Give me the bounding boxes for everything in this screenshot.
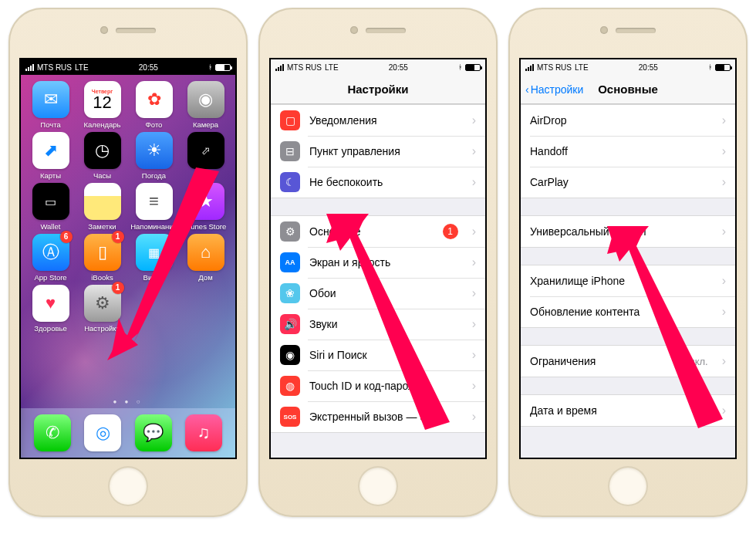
network-label: LTE [325,63,339,72]
svg-marker-1 [107,331,138,360]
bluetooth-icon: ᚼ [208,63,212,71]
back-button[interactable]: ‹Настройки [525,83,583,96]
app-appstore[interactable]: Ⓐ6App Store [25,234,76,282]
bluetooth-icon: ᚼ [708,63,712,71]
phone-sensors [258,26,498,34]
app-wallet[interactable]: ▭Wallet [25,183,76,231]
settings-list[interactable]: ▢Уведомления› ⊟Пункт управления› ☾Не бес… [271,104,485,458]
carrier-label: MTS RUS [37,63,72,72]
row-display[interactable]: AAЭкран и яркость› [271,247,485,278]
battery-icon [215,64,231,71]
home-button[interactable] [608,466,648,506]
page-title: Настройки [347,83,408,96]
signal-icon [25,64,34,71]
chevron-icon: › [722,354,726,368]
row-sos[interactable]: SOSЭкстренный вызов — SOS› [271,401,485,432]
chevron-icon: › [722,404,726,417]
home-wallpaper: ✉Почта Четверг12Календарь ✿Фото ◉Камера … [21,75,235,458]
page-dots[interactable]: ● ● ○ [21,398,235,405]
app-stocks[interactable]: ⬀Акции [181,132,231,180]
status-bar: MTS RUS LTE 20:55 ᚼ [271,59,485,75]
app-video[interactable]: ▦Видео [129,234,179,282]
home-screen: MTS RUS LTE 20:55 ᚼ ✉Почта Четверг12Кале… [19,58,237,459]
status-bar: MTS RUS LTE 20:55 ᚼ [521,59,735,75]
row-datetime[interactable]: Дата и время› [521,395,735,426]
network-label: LTE [575,63,589,72]
chevron-icon: › [722,144,726,158]
dock-safari[interactable]: ◎ [84,414,121,451]
chevron-icon: › [472,317,476,331]
chevron-icon: › [472,175,476,189]
row-carplay[interactable]: CarPlay› [521,167,735,198]
app-notes[interactable]: Заметки [77,183,127,231]
row-general[interactable]: ⚙Основные1› [271,216,485,247]
clock-label: 20:55 [389,63,408,72]
row-notifications[interactable]: ▢Уведомления› [271,105,485,136]
app-mail[interactable]: ✉Почта [25,81,76,129]
signal-icon [525,64,534,71]
network-label: LTE [75,63,89,72]
row-wallpaper[interactable]: ❀Обои› [271,278,485,309]
clock-label: 20:55 [639,63,658,72]
row-restrictions[interactable]: ОграниченияВыкл.› [521,346,735,377]
dock-phone[interactable]: ✆ [34,414,71,451]
row-sounds[interactable]: 🔊Звуки› [271,309,485,340]
battery-icon [715,64,731,71]
row-control-center[interactable]: ⊟Пункт управления› [271,136,485,167]
chevron-icon: › [722,175,726,189]
chevron-icon: › [722,305,726,319]
row-touchid[interactable]: ◍Touch ID и код-пароль› [271,370,485,401]
row-background-refresh[interactable]: Обновление контента› [521,296,735,327]
app-camera[interactable]: ◉Камера [181,81,231,129]
app-weather[interactable]: ☀Погода [129,132,179,180]
row-airdrop[interactable]: AirDrop› [521,105,735,136]
row-storage[interactable]: Хранилище iPhone› [521,265,735,296]
row-handoff[interactable]: Handoff› [521,136,735,167]
app-clock[interactable]: ◷Часы [77,132,127,180]
chevron-icon: › [472,410,476,424]
app-grid: ✉Почта Четверг12Календарь ✿Фото ◉Камера … [21,75,235,333]
chevron-icon: › [472,225,476,238]
chevron-left-icon: ‹ [525,83,529,96]
chevron-icon: › [472,255,476,269]
phone-sensors [508,26,748,34]
app-homekit[interactable]: ⌂Дом [181,234,231,282]
app-settings[interactable]: ⚙1Настройки [77,285,127,333]
carrier-label: MTS RUS [287,63,322,72]
chevron-icon: › [472,348,476,362]
chevron-icon: › [722,225,726,238]
nav-bar: ‹Настройки Основные [521,75,735,104]
phone-settings: MTS RUS LTE 20:55 ᚼ Настройки ▢Уведомлен… [258,8,498,517]
app-photos[interactable]: ✿Фото [129,81,179,129]
app-calendar[interactable]: Четверг12Календарь [77,81,127,129]
chevron-icon: › [472,144,476,158]
phone-sensors [8,26,248,34]
app-reminders[interactable]: ≡Напоминания [129,183,179,231]
row-dnd[interactable]: ☾Не беспокоить› [271,167,485,198]
chevron-icon: › [472,286,476,300]
settings-screen: MTS RUS LTE 20:55 ᚼ Настройки ▢Уведомлен… [269,58,487,459]
bluetooth-icon: ᚼ [458,63,462,71]
app-ibooks[interactable]: ▯1iBooks [77,234,127,282]
home-button[interactable] [358,466,398,506]
row-accessibility[interactable]: Универсальный доступ› [521,216,735,247]
status-bar: MTS RUS LTE 20:55 ᚼ [21,59,235,75]
carrier-label: MTS RUS [537,63,572,72]
phone-general: MTS RUS LTE 20:55 ᚼ ‹Настройки Основные … [508,8,748,517]
nav-bar: Настройки [271,75,485,104]
home-button[interactable] [108,466,148,506]
app-health[interactable]: ♥Здоровье [25,285,76,333]
phone-home: MTS RUS LTE 20:55 ᚼ ✉Почта Четверг12Кале… [8,8,248,517]
chevron-icon: › [472,379,476,393]
app-itunes[interactable]: ★iTunes Store [181,183,231,231]
page-title: Основные [598,83,658,96]
signal-icon [275,64,284,71]
general-screen: MTS RUS LTE 20:55 ᚼ ‹Настройки Основные … [519,58,737,459]
chevron-icon: › [472,113,476,127]
row-siri[interactable]: ◉Siri и Поиск› [271,340,485,370]
dock-messages[interactable]: 💬 [135,414,172,451]
general-list[interactable]: AirDrop› Handoff› CarPlay› Универсальный… [521,104,735,458]
app-maps[interactable]: ⬈Карты [25,132,76,180]
chevron-icon: › [722,113,726,127]
dock-music[interactable]: ♫ [185,414,222,451]
